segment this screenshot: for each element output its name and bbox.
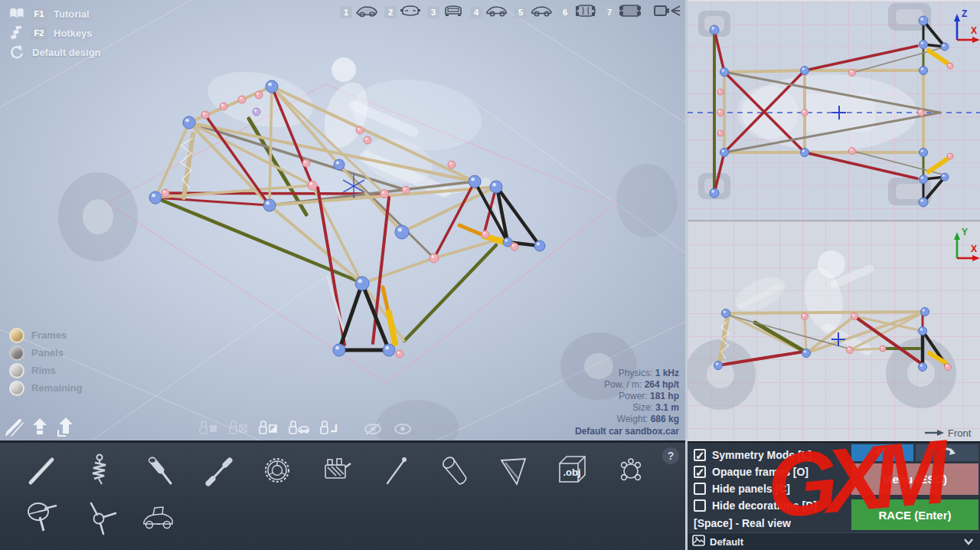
stat-size: Size: 3.1 m xyxy=(575,402,679,414)
slot-number: 3 xyxy=(427,6,439,18)
checkbox-icon xyxy=(694,483,706,495)
undo-button[interactable] xyxy=(851,444,913,461)
preset-label: Default xyxy=(710,536,743,548)
part-node-ball-button[interactable] xyxy=(609,448,652,493)
f2-key-badge: F2 xyxy=(31,27,47,40)
book-icon xyxy=(8,6,26,21)
grab-corner-tool[interactable] xyxy=(318,420,340,437)
legend-frames: Frames xyxy=(9,326,82,344)
legend-rims: Rims xyxy=(9,362,82,379)
raise-node-tool[interactable] xyxy=(30,416,50,437)
part-rod-caps-button[interactable] xyxy=(197,448,240,493)
camera-view-button[interactable] xyxy=(652,2,683,22)
grab-panel-tool[interactable] xyxy=(257,420,279,437)
main-3d-viewport[interactable]: F1 Tutorial F2 Hotkeys Default design 1 xyxy=(0,0,685,440)
car-side-left-icon xyxy=(485,3,509,21)
menu-item-hotkeys[interactable]: F2 Hotkeys xyxy=(8,24,101,42)
view-slot-2[interactable]: 2 xyxy=(384,3,422,21)
view-options-panel: ✓ Symmetry Mode [L] ✓ Opaque frames [O] … xyxy=(688,441,980,532)
remaining-swatch xyxy=(9,381,24,396)
hotkeys-label: Hotkeys xyxy=(54,28,93,39)
part-obj-import-button[interactable]: .obj xyxy=(550,448,593,493)
help-button[interactable]: ? xyxy=(662,447,679,464)
checkbox-hide-decorations[interactable]: Hide decorations [D] xyxy=(694,497,817,514)
view-slot-1[interactable]: 1 xyxy=(340,3,379,21)
grab-delete-tool[interactable] xyxy=(227,420,249,437)
checkbox-icon: ✓ xyxy=(694,449,706,461)
redo-button[interactable] xyxy=(916,444,978,461)
f1-key-badge: F1 xyxy=(31,8,47,21)
parts-row-1: .obj xyxy=(20,448,652,493)
slot-number: 1 xyxy=(340,6,352,18)
checkbox-opaque-frames[interactable]: ✓ Opaque frames [O] xyxy=(694,463,817,480)
chassis-side-render: Y X Front xyxy=(688,221,980,441)
part-wheel-button[interactable] xyxy=(256,448,299,493)
parts-toolbar: .obj ? xyxy=(0,440,685,550)
menu-item-tutorial[interactable]: F1 Tutorial xyxy=(8,5,101,23)
part-sample-car-button[interactable] xyxy=(138,495,181,539)
action-buttons: Menu (ESC) RACE (Enter) xyxy=(851,444,978,530)
preset-dropdown[interactable]: Default xyxy=(688,532,980,550)
right-column: Z X Y X Front ✓ Symmetry Mode [L] ✓ Opaq… xyxy=(685,0,980,550)
side-view-viewport[interactable]: Y X Front xyxy=(688,220,980,441)
undo-icon xyxy=(873,446,893,460)
frames-swatch xyxy=(9,328,24,343)
grab-tools xyxy=(198,420,340,437)
car-side-right-icon xyxy=(529,3,554,21)
car-bottom-icon xyxy=(618,3,642,21)
menu-button[interactable]: Menu (ESC) xyxy=(851,463,978,495)
view-slot-4[interactable]: 4 xyxy=(470,3,509,21)
checkbox-symmetry-mode[interactable]: ✓ Symmetry Mode [L] xyxy=(694,447,817,463)
slot-number: 5 xyxy=(514,6,527,18)
car-top-icon xyxy=(573,3,598,21)
menu-item-default-design[interactable]: Default design xyxy=(8,43,101,61)
checkbox-list: ✓ Symmetry Mode [L] ✓ Opaque frames [O] … xyxy=(694,447,817,531)
race-button[interactable]: RACE (Enter) xyxy=(851,499,978,530)
default-design-label: Default design xyxy=(32,47,101,58)
chevron-down-icon xyxy=(963,536,974,550)
part-steering-wheel-button[interactable] xyxy=(20,495,63,539)
raise-layer-tool[interactable] xyxy=(55,416,75,437)
top-left-menu: F1 Tutorial F2 Hotkeys Default design xyxy=(8,5,101,62)
part-rod-button[interactable] xyxy=(20,448,63,493)
camera-icon xyxy=(652,8,683,21)
draw-frame-tool[interactable] xyxy=(5,416,24,437)
panels-swatch xyxy=(9,345,24,361)
part-panel-button[interactable] xyxy=(492,448,534,493)
part-spring-button[interactable] xyxy=(79,448,122,493)
part-engine-button[interactable] xyxy=(315,448,358,493)
axis-y-label: Y xyxy=(962,227,968,237)
checkbox-hide-panels[interactable]: Hide panels [C] xyxy=(694,480,817,497)
edit-tools xyxy=(5,416,75,437)
car-front-icon xyxy=(399,3,422,21)
part-thin-rod-button[interactable] xyxy=(374,448,416,493)
grab-car-tool[interactable] xyxy=(287,420,310,437)
axis-x-label: X xyxy=(971,244,977,254)
chassis-top-render: Z X xyxy=(688,2,980,220)
checkbox-icon xyxy=(694,499,706,512)
legend-panels: Panels xyxy=(9,344,82,362)
realview-hint: [Space] - Real view xyxy=(694,514,817,531)
car-stats: Physics: 1 kHz Pow. / m: 264 hp/t Power:… xyxy=(575,368,679,437)
part-cone-button[interactable] xyxy=(433,448,475,493)
hotkeys-icon xyxy=(8,25,26,41)
rims-swatch xyxy=(9,363,24,378)
redo-icon xyxy=(937,446,957,460)
top-view-viewport[interactable]: Z X xyxy=(688,0,980,220)
grab-frame-tool[interactable] xyxy=(198,420,219,437)
view-slot-7[interactable]: 7 xyxy=(603,3,642,21)
parts-row-2 xyxy=(20,495,181,539)
obj-label: .obj xyxy=(563,467,580,478)
stat-power: Power: 181 hp xyxy=(575,391,679,402)
panels-label: Panels xyxy=(31,347,64,358)
visibility-off-icon[interactable] xyxy=(363,421,383,437)
view-slot-3[interactable]: 3 xyxy=(427,3,465,21)
visibility-tools xyxy=(363,421,413,437)
part-axle-joint-button[interactable] xyxy=(79,495,122,539)
rims-label: Rims xyxy=(31,365,56,376)
car-filename: Default car sandbox.car xyxy=(575,425,679,437)
view-slot-6[interactable]: 6 xyxy=(559,3,598,21)
part-tube-button[interactable] xyxy=(138,448,181,493)
visibility-on-icon[interactable] xyxy=(393,421,413,437)
view-slot-5[interactable]: 5 xyxy=(514,3,554,21)
